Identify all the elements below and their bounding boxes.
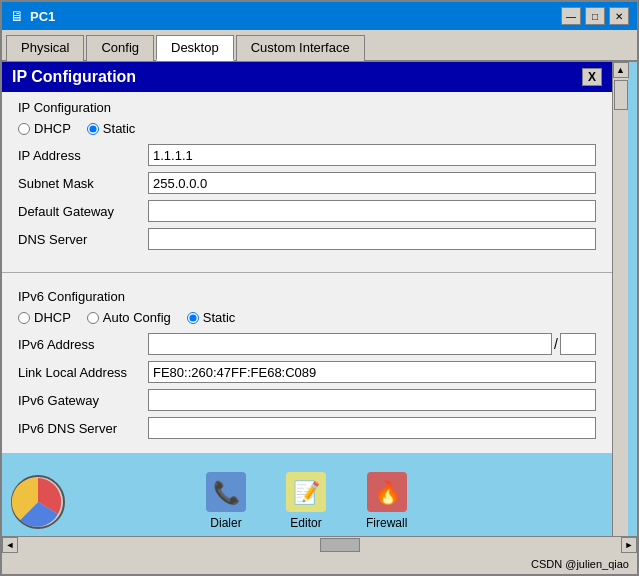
ip-config-close-button[interactable]: X	[582, 68, 602, 86]
ipv6-static-radio[interactable]	[187, 312, 199, 324]
ipv6-dns-label: IPv6 DNS Server	[18, 421, 148, 436]
tab-custom-interface-label: Custom Interface	[251, 40, 350, 55]
title-bar-left: 🖥 PC1	[10, 8, 55, 24]
ipv6-auto-option[interactable]: Auto Config	[87, 310, 171, 325]
ipv6-auto-label: Auto Config	[103, 310, 171, 325]
dialer-icon[interactable]: 📞	[206, 472, 246, 512]
subnet-mask-input[interactable]	[148, 172, 596, 194]
ipv6-dhcp-option[interactable]: DHCP	[18, 310, 71, 325]
ipv4-radio-row: DHCP Static	[18, 121, 596, 136]
right-scrollbar: ▲	[612, 62, 628, 536]
editor-label: Editor	[290, 516, 321, 530]
title-bar-controls: — □ ✕	[561, 7, 629, 25]
ipv6-address-row: IPv6 Address /	[18, 333, 596, 355]
tab-custom-interface[interactable]: Custom Interface	[236, 35, 365, 61]
ipv6-dns-input[interactable]	[148, 417, 596, 439]
scroll-up-arrow[interactable]: ▲	[613, 62, 629, 78]
status-text: CSDN @julien_qiao	[531, 558, 629, 570]
svg-text:🔥: 🔥	[373, 479, 401, 506]
ipv6-gateway-label: IPv6 Gateway	[18, 393, 148, 408]
bottom-icons-row: 📞 Dialer 📝 Editor	[10, 472, 604, 530]
window-title: PC1	[30, 9, 55, 24]
link-local-input[interactable]	[148, 361, 596, 383]
icon-item-dialer[interactable]: 📞 Dialer	[206, 472, 246, 530]
ipv6-address-label: IPv6 Address	[18, 337, 148, 352]
title-bar: 🖥 PC1 — □ ✕	[2, 2, 637, 30]
tab-config[interactable]: Config	[86, 35, 154, 61]
config-panel: IP Configuration X IP Configuration DHCP…	[2, 62, 612, 536]
close-window-button[interactable]: ✕	[609, 7, 629, 25]
svg-text:📞: 📞	[213, 479, 241, 506]
maximize-button[interactable]: □	[585, 7, 605, 25]
link-local-row: Link Local Address	[18, 361, 596, 383]
icon-item-pie	[10, 474, 66, 530]
bottom-scrollbar: ◄ ►	[2, 536, 637, 552]
main-window: 🖥 PC1 — □ ✕ Physical Config Desktop Cust…	[0, 0, 639, 576]
tab-config-label: Config	[101, 40, 139, 55]
ipv4-section-label: IP Configuration	[18, 100, 596, 115]
window-icon: 🖥	[10, 8, 24, 24]
ip-address-row: IP Address	[18, 144, 596, 166]
dhcp-option[interactable]: DHCP	[18, 121, 71, 136]
dns-server-input[interactable]	[148, 228, 596, 250]
ipv6-prefix-input[interactable]	[560, 333, 596, 355]
ipv6-dns-row: IPv6 DNS Server	[18, 417, 596, 439]
default-gateway-input[interactable]	[148, 200, 596, 222]
ip-config-header: IP Configuration X	[2, 62, 612, 92]
static-option[interactable]: Static	[87, 121, 136, 136]
content-area: IP Configuration X IP Configuration DHCP…	[2, 62, 637, 536]
ipv6-gateway-input[interactable]	[148, 389, 596, 411]
dhcp-radio[interactable]	[18, 123, 30, 135]
scroll-track	[18, 537, 621, 553]
default-gateway-label: Default Gateway	[18, 204, 148, 219]
tab-physical[interactable]: Physical	[6, 35, 84, 61]
subnet-mask-row: Subnet Mask	[18, 172, 596, 194]
tab-desktop-label: Desktop	[171, 40, 219, 55]
dialer-label: Dialer	[210, 516, 241, 530]
icon-item-firewall[interactable]: 🔥 Firewall	[366, 472, 407, 530]
ipv6-auto-radio[interactable]	[87, 312, 99, 324]
ip-address-input[interactable]	[148, 144, 596, 166]
ipv6-address-input[interactable]	[148, 333, 552, 355]
default-gateway-row: Default Gateway	[18, 200, 596, 222]
status-bar: CSDN @julien_qiao	[2, 552, 637, 574]
subnet-mask-label: Subnet Mask	[18, 176, 148, 191]
static-radio[interactable]	[87, 123, 99, 135]
scroll-thumb[interactable]	[614, 80, 628, 110]
bottom-scroll-thumb[interactable]	[320, 538, 360, 552]
svg-text:📝: 📝	[293, 479, 321, 506]
minimize-button[interactable]: —	[561, 7, 581, 25]
tab-physical-label: Physical	[21, 40, 69, 55]
dns-server-row: DNS Server	[18, 228, 596, 250]
ip-config-title: IP Configuration	[12, 68, 136, 86]
ipv6-slash: /	[554, 336, 558, 352]
ipv6-dhcp-radio[interactable]	[18, 312, 30, 324]
ipv6-section-label: IPv6 Configuration	[18, 289, 596, 304]
tab-desktop[interactable]: Desktop	[156, 35, 234, 61]
static-label: Static	[103, 121, 136, 136]
ipv6-static-label: Static	[203, 310, 236, 325]
scroll-left-arrow[interactable]: ◄	[2, 537, 18, 553]
editor-icon[interactable]: 📝	[286, 472, 326, 512]
section-divider	[2, 272, 612, 273]
ipv6-input-group: /	[148, 333, 596, 355]
ipv6-section: IPv6 Configuration DHCP Auto Config Stat…	[2, 281, 612, 453]
ipv6-radio-row: DHCP Auto Config Static	[18, 310, 596, 325]
tab-bar: Physical Config Desktop Custom Interface	[2, 30, 637, 62]
ipv6-gateway-row: IPv6 Gateway	[18, 389, 596, 411]
link-local-label: Link Local Address	[18, 365, 148, 380]
firewall-label: Firewall	[366, 516, 407, 530]
ipv6-dhcp-label: DHCP	[34, 310, 71, 325]
icon-item-editor[interactable]: 📝 Editor	[286, 472, 326, 530]
ipv4-section: IP Configuration DHCP Static IP Address	[2, 92, 612, 264]
pie-chart-icon[interactable]	[10, 474, 66, 530]
desktop-icons-area: 📞 Dialer 📝 Editor	[2, 453, 612, 536]
ipv6-static-option[interactable]: Static	[187, 310, 236, 325]
scroll-right-arrow[interactable]: ►	[621, 537, 637, 553]
dhcp-label: DHCP	[34, 121, 71, 136]
firewall-icon[interactable]: 🔥	[367, 472, 407, 512]
ip-address-label: IP Address	[18, 148, 148, 163]
dns-server-label: DNS Server	[18, 232, 148, 247]
